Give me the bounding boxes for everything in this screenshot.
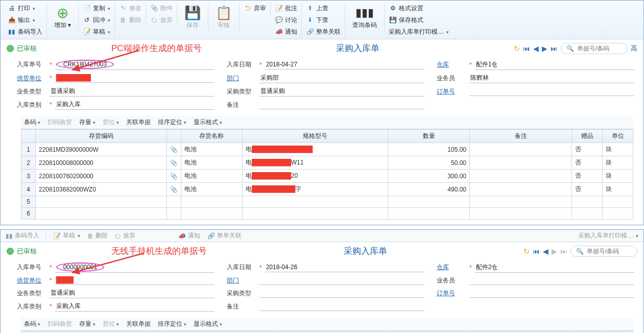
table-row[interactable]: 6 xyxy=(21,208,633,220)
field-dept-2[interactable] xyxy=(259,276,424,285)
col-unit[interactable]: 单位 xyxy=(603,130,633,143)
format-set-button[interactable]: ⚙格式设置 xyxy=(388,4,450,13)
label-order-no[interactable]: 订单号 xyxy=(437,87,466,96)
label-dept[interactable]: 部门 xyxy=(227,276,256,285)
whole-close-button[interactable]: 🔗整单关联 xyxy=(305,27,342,37)
field-remark[interactable] xyxy=(259,100,424,109)
tb-barcode[interactable]: 条码▾ xyxy=(24,118,40,127)
mini-barcode-import[interactable]: ▮▮ 条码导入 xyxy=(5,231,40,241)
tb-bin[interactable]: 货位▾ xyxy=(103,118,119,127)
abandon-audit-button[interactable]: ⮌弃审 xyxy=(243,4,267,13)
table-row[interactable]: 5 xyxy=(21,196,633,208)
tb-assoc[interactable]: 关联单据 xyxy=(126,320,151,328)
col-spec[interactable]: 规格型号 xyxy=(275,331,388,334)
mini-discard[interactable]: ⭮ 放弃 xyxy=(114,231,136,241)
label-dept[interactable]: 部门 xyxy=(227,74,256,83)
mini-draft[interactable]: 📝 草稿 ▾ xyxy=(52,231,81,241)
discard-button[interactable]: ⭮放弃 xyxy=(149,15,174,25)
clip-icon[interactable]: 📎 xyxy=(166,143,181,156)
down-trace-button[interactable]: ⬇下查 xyxy=(305,15,342,25)
output-button[interactable]: 📤输出▾ xyxy=(7,15,43,25)
modify-button[interactable]: ✎修改 xyxy=(118,4,142,13)
tb-bin[interactable]: 货位▾ xyxy=(103,320,119,328)
field-buy-type[interactable]: 普通采购 xyxy=(259,86,424,97)
col-gift[interactable]: 赠品 xyxy=(572,331,603,334)
field-order-no-2[interactable] xyxy=(469,289,634,298)
search-pill[interactable]: 🔍 xyxy=(561,43,628,54)
col-name[interactable]: 存货名称 xyxy=(162,331,275,334)
tb-scan-check[interactable]: 扫码验货 xyxy=(47,320,72,328)
field-biz-type-2[interactable]: 普通采购 xyxy=(50,288,214,298)
copy-button[interactable]: 📄复制▾ xyxy=(82,4,111,13)
prev-icon[interactable]: ◀ xyxy=(533,44,539,53)
batch-notice-button[interactable]: 📝批注 xyxy=(274,4,298,13)
barcode-import-button[interactable]: ▮▮条码导入 xyxy=(7,27,43,37)
field-in-type-2[interactable]: 采购入库 xyxy=(55,301,214,312)
tb-assoc[interactable]: 关联单据 xyxy=(126,118,151,127)
label-warehouse[interactable]: 仓库 xyxy=(437,263,466,272)
print-button[interactable]: 🖨打印▾ xyxy=(7,4,43,13)
col-remark[interactable]: 备注 xyxy=(470,331,572,334)
prev-icon[interactable]: ◀ xyxy=(543,247,548,255)
field-order-no[interactable] xyxy=(469,87,634,96)
field-biz-type[interactable]: 普通采购 xyxy=(50,86,214,97)
query-barcode-button[interactable]: ▮▮▮ 查询条码 xyxy=(348,4,381,31)
table-row[interactable]: 32208100760200000📎电池电█████████20300.00否块 xyxy=(21,170,633,183)
col-unit[interactable]: 单位 xyxy=(603,331,633,334)
label-order-no[interactable]: 订单号 xyxy=(437,289,466,298)
save-button[interactable]: 💾 保存 xyxy=(180,4,205,31)
col-spec[interactable]: 规格型号 xyxy=(243,130,388,143)
advanced-link[interactable]: 高 xyxy=(631,44,637,53)
mini-whole-close[interactable]: 🔗 整单关联 xyxy=(206,231,243,241)
field-dept[interactable]: 采购部 xyxy=(259,73,424,83)
hedge-button[interactable]: ↺回冲▾ xyxy=(82,15,111,25)
mini-print-tpl[interactable]: 采购入库单打印模…▾ xyxy=(577,231,639,241)
tb-scan-check[interactable]: 扫码验货 xyxy=(47,118,72,127)
search-input[interactable] xyxy=(576,44,622,53)
field-clerk[interactable]: 陈辉林 xyxy=(469,73,634,83)
clip-icon[interactable]: 📎 xyxy=(166,156,181,170)
attach-button[interactable]: 📎附件 xyxy=(149,4,174,13)
field-remark-2[interactable] xyxy=(259,302,424,311)
search-input-2[interactable] xyxy=(586,247,632,255)
tb-disp[interactable]: 显示格式▾ xyxy=(194,320,222,328)
refresh-icon[interactable]: ↻ xyxy=(523,247,530,255)
field-in-type[interactable]: 采购入库 xyxy=(55,100,214,110)
field-doc-date[interactable]: 2018-04-27 xyxy=(265,60,424,69)
last-icon[interactable]: ⏭ xyxy=(551,44,558,53)
next-icon[interactable]: ▶ xyxy=(542,44,547,53)
table-row[interactable]: 122081MD39000000W📎电池电██████████████105.0… xyxy=(21,143,633,156)
tb-sort[interactable]: 排序定位▾ xyxy=(158,320,186,328)
col-code[interactable]: 存货编码 xyxy=(36,130,167,143)
col-gift[interactable]: 赠品 xyxy=(572,130,603,143)
tb-barcode[interactable]: 条码▾ xyxy=(24,320,40,328)
tb-stock[interactable]: 存量▾ xyxy=(79,320,96,328)
tb-sort[interactable]: 排序定位▾ xyxy=(158,118,186,127)
refresh-icon[interactable]: ↻ xyxy=(514,44,520,53)
field-clerk-2[interactable] xyxy=(469,276,634,285)
label-warehouse[interactable]: 仓库 xyxy=(437,60,466,69)
clip-icon[interactable]: 📎 xyxy=(166,170,181,183)
search-pill-2[interactable]: 🔍 xyxy=(570,246,637,257)
col-qty[interactable]: 数量 xyxy=(388,331,470,334)
col-remark[interactable]: 备注 xyxy=(470,130,572,143)
field-warehouse[interactable]: 配件1仓 xyxy=(475,60,634,70)
notify-button[interactable]: 📣通知 xyxy=(274,27,298,37)
print-template-button[interactable]: 采购入库单打印模…▾ xyxy=(388,27,450,37)
label-supplier[interactable]: 供货单位 xyxy=(17,74,46,83)
field-doc-date-2[interactable]: 2018-04-26 xyxy=(265,263,424,272)
table-row[interactable]: 22208100008000000📎电池电█████████W1150.00否块 xyxy=(21,156,633,170)
tb-disp[interactable]: 显示格式▾ xyxy=(194,118,222,127)
mini-delete[interactable]: 🗑 删除 xyxy=(86,231,109,241)
mini-notify[interactable]: 📣 通知 xyxy=(177,231,201,241)
col-name[interactable]: 存货名称 xyxy=(181,130,243,143)
field-buy-type-2[interactable] xyxy=(259,289,424,298)
tb-stock[interactable]: 存量▾ xyxy=(79,118,96,127)
first-icon[interactable]: ⏮ xyxy=(533,247,540,255)
format-save-button[interactable]: 💾保存格式 xyxy=(388,15,450,25)
clip-icon[interactable]: 📎 xyxy=(166,183,181,196)
next-icon[interactable]: ▶ xyxy=(552,247,557,255)
first-icon[interactable]: ⏮ xyxy=(523,44,530,53)
table-row[interactable]: 42208103682000WZ0📎电池电██████████字490.00否块 xyxy=(21,183,633,196)
audit-button[interactable]: 📋 审核 xyxy=(211,4,236,31)
